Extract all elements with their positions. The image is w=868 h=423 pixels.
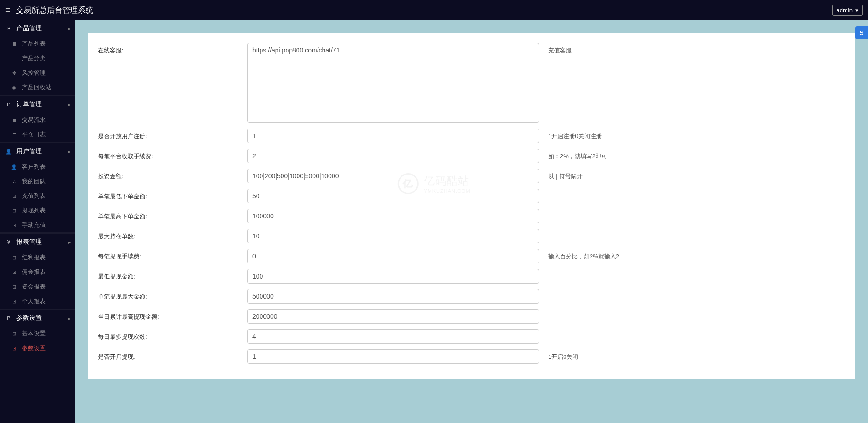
form-control-wrap (247, 289, 539, 304)
menu-icon[interactable]: ≡ (5, 5, 10, 15)
form-input[interactable] (247, 309, 539, 324)
caret-right-icon: ▸ (68, 149, 71, 154)
sidebar-group-header[interactable]: 🗋订单管理▸ (0, 95, 75, 113)
form-row: 每笔提现手续费:输入百分比，如2%就输入2 (92, 249, 851, 264)
item-icon: ⊡ (11, 346, 17, 351)
sidebar: ฿产品管理▸≣产品列表≣产品分类✥风控管理◉产品回收站🗋订单管理▸≣交易流水≣平… (0, 20, 75, 423)
sidebar-group-header[interactable]: ¥报表管理▸ (0, 232, 75, 250)
sidebar-group-header[interactable]: ฿产品管理▸ (0, 20, 75, 36)
form-input[interactable] (247, 329, 539, 344)
sidebar-item[interactable]: ⊡个人报表 (0, 294, 75, 309)
sidebar-item[interactable]: ◉产品回收站 (0, 80, 75, 95)
form-control-wrap (247, 169, 539, 183)
item-icon: ≣ (11, 56, 17, 62)
header: ≡ 交易所总后台管理系统 admin ▾ (0, 0, 868, 20)
form-control-wrap (247, 189, 539, 203)
sidebar-item[interactable]: ⊡资金报表 (0, 279, 75, 294)
header-right: admin ▾ (832, 5, 863, 16)
item-icon: ⊡ (11, 299, 17, 304)
item-icon: ⊡ (11, 193, 17, 199)
group-icon: ฿ (5, 26, 12, 31)
group-icon: 🗋 (5, 315, 12, 321)
form-control-wrap (247, 229, 539, 243)
group-icon: 👤 (5, 149, 12, 155)
sidebar-item[interactable]: 👤客户列表 (0, 160, 75, 174)
form-label: 最低提现金额: (92, 269, 247, 284)
form-row: 在线客服:充值客服 (92, 43, 851, 124)
sidebar-item[interactable]: ≣产品分类 (0, 51, 75, 66)
form-input[interactable] (247, 189, 539, 203)
sidebar-group-header[interactable]: 🗋参数设置▸ (0, 309, 75, 326)
sidebar-item[interactable]: ⊡充值列表 (0, 189, 75, 203)
group-label: 参数设置 (16, 314, 42, 322)
form-control-wrap (247, 349, 539, 364)
sidebar-group-header[interactable]: 👤用户管理▸ (0, 142, 75, 160)
group-icon: 🗋 (5, 102, 12, 107)
item-label: 我的团队 (22, 177, 46, 186)
form-hint: 如：2%，就填写2即可 (539, 149, 851, 164)
item-icon: ⊡ (11, 208, 17, 214)
form-row: 是否开启提现:1开启0关闭 (92, 349, 851, 365)
user-menu-button[interactable]: admin ▾ (832, 5, 863, 16)
form-input[interactable] (247, 169, 539, 183)
app-title: 交易所总后台管理系统 (16, 5, 93, 15)
form-input[interactable] (247, 129, 539, 143)
form-input[interactable] (247, 249, 539, 263)
sidebar-item[interactable]: ≣产品列表 (0, 36, 75, 51)
item-label: 平仓日志 (22, 130, 46, 139)
sidebar-item[interactable]: ⊡手动充值 (0, 218, 75, 232)
sidebar-item[interactable]: ⛬我的团队 (0, 174, 75, 189)
form-control-wrap (247, 309, 539, 324)
form-input[interactable] (247, 229, 539, 243)
sidebar-item[interactable]: ⊡基本设置 (0, 326, 75, 341)
sidebar-item[interactable]: ⊡红利报表 (0, 250, 75, 265)
form-input[interactable] (247, 289, 539, 304)
form-control-wrap (247, 43, 539, 124)
form-label: 每笔提现手续费: (92, 249, 247, 264)
sidebar-item[interactable]: ≣交易流水 (0, 113, 75, 127)
item-label: 充值列表 (22, 192, 46, 200)
form-control-wrap (247, 209, 539, 223)
form-input[interactable] (247, 349, 539, 364)
group-label: 产品管理 (16, 24, 42, 32)
form-input[interactable] (247, 43, 539, 123)
item-label: 资金报表 (22, 283, 46, 291)
form-input[interactable] (247, 149, 539, 163)
form-label: 投资金额: (92, 169, 247, 184)
side-badge[interactable]: S (855, 26, 868, 39)
form-hint (539, 189, 851, 196)
form-label: 在线客服: (92, 43, 247, 58)
item-icon: 👤 (11, 164, 17, 170)
item-label: 产品回收站 (22, 83, 51, 92)
main-content: 在线客服:充值客服是否开放用户注册:1开启注册0关闭注册每笔平台收取手续费:如：… (75, 20, 868, 423)
group-label: 报表管理 (16, 238, 42, 246)
form-label: 最大持仓单数: (92, 229, 247, 244)
form-control-wrap (247, 149, 539, 163)
form-hint (539, 209, 851, 216)
sidebar-item[interactable]: ✥风控管理 (0, 66, 75, 80)
item-label: 个人报表 (22, 297, 46, 305)
item-icon: ⊡ (11, 331, 17, 337)
item-icon: ⊡ (11, 284, 17, 290)
form-input[interactable] (247, 209, 539, 223)
form-label: 每笔平台收取手续费: (92, 149, 247, 164)
header-left: ≡ 交易所总后台管理系统 (5, 5, 93, 15)
group-label: 用户管理 (16, 147, 42, 155)
item-label: 红利报表 (22, 253, 46, 262)
sidebar-item[interactable]: ⊡佣金报表 (0, 265, 75, 279)
form-control-wrap (247, 269, 539, 284)
form-row: 单笔最高下单金额: (92, 209, 851, 224)
sidebar-item[interactable]: ≣平仓日志 (0, 127, 75, 142)
form-hint: 输入百分比，如2%就输入2 (539, 249, 851, 264)
item-icon: ≣ (11, 41, 17, 47)
side-badge-text: S (859, 29, 863, 36)
sidebar-item[interactable]: ⊡提现列表 (0, 203, 75, 218)
item-label: 客户列表 (22, 163, 46, 171)
sidebar-group: ¥报表管理▸⊡红利报表⊡佣金报表⊡资金报表⊡个人报表 (0, 232, 75, 309)
item-icon: ⊡ (11, 255, 17, 261)
form-row: 投资金额:以 | 符号隔开 (92, 169, 851, 184)
sidebar-item[interactable]: ⊡参数设置 (0, 341, 75, 356)
item-label: 基本设置 (22, 330, 46, 338)
caret-down-icon: ▾ (855, 7, 858, 14)
form-input[interactable] (247, 269, 539, 284)
